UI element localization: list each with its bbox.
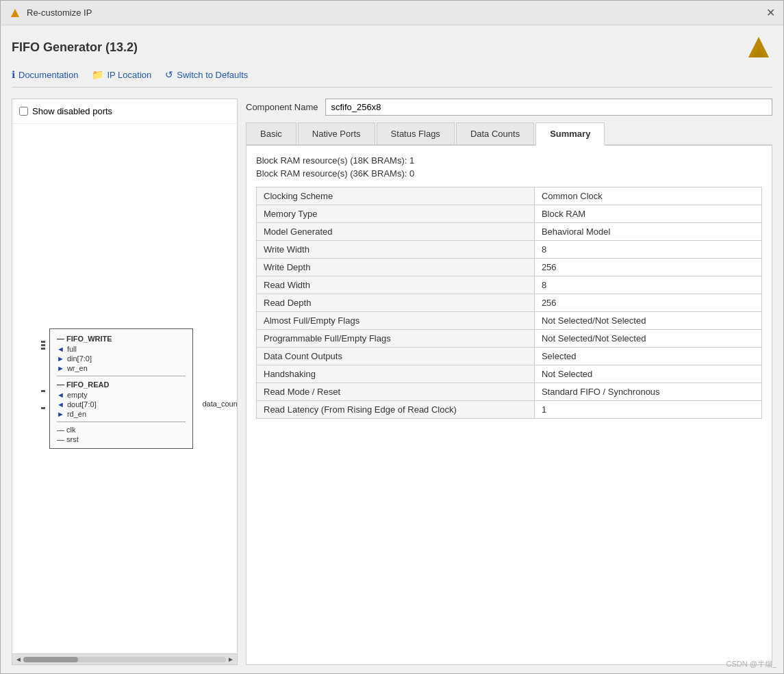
- table-cell-value: Not Selected: [534, 365, 761, 383]
- port-dout: ◄ dout[7:0] data_count[7:0] ■: [57, 400, 186, 409]
- table-row: HandshakingNot Selected: [257, 365, 762, 383]
- table-row: Data Count OutputsSelected: [257, 348, 762, 365]
- ip-location-button[interactable]: 📁 IP Location: [92, 69, 151, 80]
- rden-arrow: ►: [57, 410, 64, 418]
- table-cell-label: Programmable Full/Empty Flags: [257, 330, 535, 348]
- ip-location-label: IP Location: [107, 70, 151, 80]
- tab-status-flags[interactable]: Status Flags: [377, 122, 455, 144]
- scroll-left-arrow[interactable]: ◄: [15, 656, 22, 663]
- port-srst: — srst: [57, 435, 186, 444]
- component-name-label: Component Name: [246, 102, 318, 112]
- wren-arrow: ►: [57, 364, 64, 372]
- scroll-track: [23, 657, 226, 662]
- window-title: Re-customize IP: [27, 8, 92, 18]
- table-cell-value: 1: [534, 401, 761, 419]
- fifo-write-label: — FIFO_WRITE: [57, 333, 186, 344]
- folder-icon: 📁: [92, 69, 103, 80]
- table-cell-value: 8: [534, 276, 761, 294]
- documentation-label: Documentation: [18, 70, 78, 80]
- diagram-canvas: — FIFO_WRITE ◄ full ► din[7:0]: [12, 124, 237, 653]
- port-clk: — clk: [57, 425, 186, 435]
- port-rd-en: ► rd_en: [57, 409, 186, 419]
- tab-data-counts[interactable]: Data Counts: [456, 122, 534, 144]
- table-cell-label: Read Latency (From Rising Edge of Read C…: [257, 401, 535, 419]
- table-cell-value: 256: [534, 294, 761, 312]
- switch-defaults-button[interactable]: ↺ Switch to Defaults: [165, 69, 248, 80]
- empty-arrow: ◄: [57, 391, 64, 399]
- tab-content-summary: Block RAM resource(s) (18K BRAMs): 1 Blo…: [246, 146, 772, 665]
- tab-native-ports[interactable]: Native Ports: [298, 122, 375, 144]
- toolbar: ℹ Documentation 📁 IP Location ↺ Switch t…: [12, 69, 772, 88]
- table-row: Read Width8: [257, 276, 762, 294]
- table-cell-label: Write Depth: [257, 259, 535, 276]
- table-row: Model GeneratedBehavioral Model: [257, 223, 762, 241]
- bram-36k-text: Block RAM resource(s) (36K BRAMs): 0: [256, 168, 762, 179]
- din-arrow: ►: [57, 354, 64, 363]
- table-row: Memory TypeBlock RAM: [257, 205, 762, 223]
- table-cell-value: 256: [534, 259, 761, 276]
- port-din: ► din[7:0]: [57, 354, 186, 363]
- table-cell-label: Read Width: [257, 276, 535, 294]
- title-bar-left: Re-customize IP: [9, 7, 92, 19]
- show-disabled-checkbox[interactable]: [19, 107, 28, 116]
- port-wr-en: ► wr_en: [57, 363, 186, 373]
- scroll-thumb[interactable]: [23, 657, 78, 662]
- table-row: Write Depth256: [257, 259, 762, 276]
- table-cell-value: Block RAM: [534, 205, 761, 223]
- show-disabled-label: Show disabled ports: [32, 106, 112, 116]
- tab-summary[interactable]: Summary: [535, 122, 605, 146]
- horizontal-scrollbar[interactable]: ◄ ►: [12, 653, 237, 664]
- close-button[interactable]: ✕: [766, 8, 775, 18]
- app-icon: [9, 7, 21, 19]
- summary-bram-info: Block RAM resource(s) (18K BRAMs): 1 Blo…: [256, 155, 762, 179]
- title-bar: Re-customize IP ✕: [1, 1, 783, 25]
- table-row: Clocking SchemeCommon Clock: [257, 187, 762, 205]
- component-name-input[interactable]: [325, 99, 773, 116]
- tabs-container: Basic Native Ports Status Flags Data Cou…: [246, 122, 772, 146]
- table-cell-label: Write Width: [257, 241, 535, 259]
- table-cell-label: Read Mode / Reset: [257, 383, 535, 401]
- table-cell-label: Read Depth: [257, 294, 535, 312]
- table-row: Write Width8: [257, 241, 762, 259]
- table-row: Read Latency (From Rising Edge of Read C…: [257, 401, 762, 419]
- watermark: CSDN @半烟_: [726, 659, 776, 669]
- xilinx-logo: [745, 34, 772, 61]
- common-ports: — clk — srst: [57, 425, 186, 444]
- app-header: FIFO Generator (13.2): [12, 34, 772, 61]
- switch-defaults-label: Switch to Defaults: [177, 70, 248, 80]
- show-disabled-row: Show disabled ports: [12, 99, 237, 124]
- table-row: Read Depth256: [257, 294, 762, 312]
- table-cell-label: Model Generated: [257, 223, 535, 241]
- table-cell-value: Standard FIFO / Synchronous: [534, 383, 761, 401]
- bram-18k-text: Block RAM resource(s) (18K BRAMs): 1: [256, 155, 762, 166]
- tab-basic[interactable]: Basic: [246, 122, 296, 144]
- documentation-button[interactable]: ℹ Documentation: [12, 69, 78, 80]
- table-cell-value: Not Selected/Not Selected: [534, 330, 761, 348]
- full-arrow: ◄: [57, 345, 64, 353]
- data-count-signal: data_count[7:0] ■: [202, 400, 237, 408]
- table-row: Almost Full/Empty FlagsNot Selected/Not …: [257, 312, 762, 330]
- app-title: FIFO Generator (13.2): [12, 40, 138, 55]
- table-cell-value: Selected: [534, 348, 761, 365]
- main-window: Re-customize IP ✕ FIFO Generator (13.2) …: [0, 0, 784, 674]
- table-cell-value: Common Clock: [534, 187, 761, 205]
- table-cell-label: Data Count Outputs: [257, 348, 535, 365]
- left-panel: Show disabled ports: [12, 99, 238, 665]
- table-cell-label: Clocking Scheme: [257, 187, 535, 205]
- table-cell-value: Not Selected/Not Selected: [534, 312, 761, 330]
- table-row: Programmable Full/Empty FlagsNot Selecte…: [257, 330, 762, 348]
- component-name-row: Component Name: [246, 99, 772, 116]
- table-cell-label: Handshaking: [257, 365, 535, 383]
- summary-table: Clocking SchemeCommon ClockMemory TypeBl…: [256, 187, 762, 419]
- table-row: Read Mode / ResetStandard FIFO / Synchro…: [257, 383, 762, 401]
- port-full: ◄ full: [57, 344, 186, 354]
- right-panel: Component Name Basic Native Ports Status…: [246, 99, 772, 665]
- info-icon: ℹ: [12, 69, 15, 80]
- port-empty: ◄ empty: [57, 390, 186, 400]
- content-area: FIFO Generator (13.2) ℹ Documentation 📁 …: [1, 25, 783, 673]
- dout-arrow: ◄: [57, 400, 64, 409]
- scroll-right-arrow[interactable]: ►: [227, 656, 234, 663]
- table-cell-value: Behavioral Model: [534, 223, 761, 241]
- refresh-icon: ↺: [165, 69, 173, 80]
- main-body: Show disabled ports: [12, 99, 772, 665]
